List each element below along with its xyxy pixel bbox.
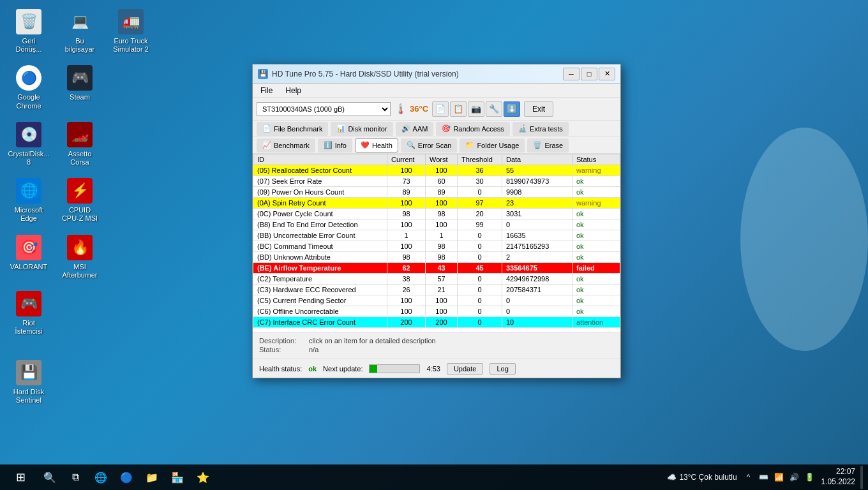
tray-volume[interactable]: 🔊 xyxy=(788,471,801,484)
taskbar-explorer-icon[interactable]: 📁 xyxy=(140,466,163,489)
tab-file-benchmark[interactable]: 📄 File Benchmark xyxy=(257,122,328,136)
col-header-threshold[interactable]: Threshold xyxy=(458,154,502,165)
col-header-status[interactable]: Status xyxy=(572,154,620,165)
table-row[interactable]: (BB) Uncorrectable Error Count 1 1 0 166… xyxy=(253,230,620,241)
desktop-icon-steam[interactable]: 🎮 Steam xyxy=(57,63,102,112)
exit-button[interactable]: Exit xyxy=(524,101,553,117)
table-row[interactable]: (B8) End To End Error Detection 100 100 … xyxy=(253,219,620,230)
cell-worst: 98 xyxy=(426,209,458,219)
cell-threshold: 20 xyxy=(458,209,502,219)
table-row[interactable]: (C6) Offline Uncorrectable 100 100 0 0 o… xyxy=(253,306,620,317)
table-row[interactable]: (07) Seek Error Rate 73 60 30 8199074397… xyxy=(253,176,620,187)
desktop-icon-pc[interactable]: 💻 Bu bilgisayar xyxy=(57,6,102,56)
maximize-button[interactable]: □ xyxy=(581,68,597,80)
desktop-icon-msi[interactable]: 🔥 MSI Afterburner xyxy=(57,232,102,282)
desktop-icon-assetto[interactable]: 🏎️ Assetto Corsa xyxy=(57,119,102,169)
tab-error-scan[interactable]: 🔍 Error Scan xyxy=(401,138,458,152)
cell-data: 10 xyxy=(502,317,572,328)
close-button[interactable]: ✕ xyxy=(599,68,615,80)
tab-benchmark[interactable]: 📈 Benchmark xyxy=(257,138,315,152)
recycle-label: Geri Dönüş... xyxy=(9,37,49,54)
cell-current: 62 xyxy=(387,263,426,274)
disk-selector[interactable]: ST31000340AS (1000 gB) xyxy=(257,102,391,116)
tab-health[interactable]: ❤️ Health xyxy=(355,138,398,152)
table-row[interactable]: (05) Reallocated Sector Count 100 100 36… xyxy=(253,165,620,176)
table-row[interactable]: (BC) Command Timeout 100 98 0 2147516529… xyxy=(253,241,620,252)
error-scan-icon: 🔍 xyxy=(407,141,415,149)
screenshot-icon-btn[interactable]: 📷 xyxy=(468,101,484,117)
update-button[interactable]: Update xyxy=(447,363,483,375)
cell-data: 81990743973 xyxy=(502,176,572,187)
menu-bar: File Help xyxy=(253,84,620,98)
menu-file[interactable]: File xyxy=(255,85,278,96)
table-row[interactable]: (C5) Current Pending Sector 100 100 0 0 … xyxy=(253,295,620,306)
taskbar-extra-icon[interactable]: ⭐ xyxy=(191,466,214,489)
table-row[interactable]: (0C) Power Cycle Count 98 98 20 3031 ok xyxy=(253,209,620,219)
desktop-icon-chrome[interactable]: 🔵 Google Chrome xyxy=(6,63,51,112)
table-row[interactable]: (0A) Spin Retry Count 100 100 97 23 warn… xyxy=(253,198,620,209)
start-button[interactable]: ⊞ xyxy=(5,464,36,490)
cell-id: (BB) Uncorrectable Error Count xyxy=(253,230,387,241)
log-button[interactable]: Log xyxy=(490,363,515,375)
tab-info[interactable]: ℹ️ Info xyxy=(318,138,352,152)
task-view-button[interactable]: ⧉ xyxy=(64,466,87,489)
erase-icon: 🗑️ xyxy=(533,141,542,149)
table-row[interactable]: (C7) Interface CRC Error Count 200 200 0… xyxy=(253,317,620,328)
desktop-icon-cpuid[interactable]: ⚡ CPUID CPU-Z MSI xyxy=(57,175,102,225)
save-icon-btn[interactable]: 📄 xyxy=(432,101,449,117)
weather-text: 13°C Çok bulutlu xyxy=(679,473,737,482)
tab-aam[interactable]: 🔊 AAM xyxy=(396,122,434,136)
smart-table-container[interactable]: ID Current Worst Threshold Data Status (… xyxy=(253,154,620,332)
taskbar-left: ⊞ 🔍 ⧉ 🌐 🔵 📁 🏪 ⭐ xyxy=(5,464,214,490)
desktop-icon-edge[interactable]: 🌐 Microsoft Edge xyxy=(6,175,51,225)
desktop-icon-valorant[interactable]: 🎯 VALORANT xyxy=(6,232,51,282)
table-row[interactable]: (C3) Hardware ECC Recovered 26 21 0 2075… xyxy=(253,285,620,295)
download-icon-btn[interactable]: ⬇️ xyxy=(504,101,520,117)
taskbar-clock[interactable]: 22:07 1.05.2022 xyxy=(821,467,855,487)
tool-icon-btn[interactable]: 🔧 xyxy=(486,101,502,117)
col-header-id[interactable]: ID xyxy=(253,154,387,165)
taskbar-store-icon[interactable]: 🏪 xyxy=(166,466,189,489)
tab-extra-tests[interactable]: 🔬 Extra tests xyxy=(513,122,569,136)
cell-current: 98 xyxy=(387,209,426,219)
assetto-label: Assetto Corsa xyxy=(60,150,100,167)
tab-erase[interactable]: 🗑️ Erase xyxy=(527,138,569,152)
menu-help[interactable]: Help xyxy=(280,85,306,96)
cell-data: 21475165293 xyxy=(502,241,572,252)
table-row[interactable]: (BE) Airflow Temperature 62 43 45 335646… xyxy=(253,263,620,274)
tray-network[interactable]: 📶 xyxy=(773,471,786,484)
tray-battery[interactable]: 🔋 xyxy=(804,471,816,484)
desktop-icon-recycle[interactable]: 🗑️ Geri Dönüş... xyxy=(6,6,51,56)
desktop-icon-euro-truck[interactable]: 🚛 Euro Truck Simulator 2 xyxy=(108,6,153,56)
benchmark-icon: 📈 xyxy=(262,141,271,149)
taskbar-edge-icon[interactable]: 🌐 xyxy=(89,466,112,489)
tray-expand[interactable]: ^ xyxy=(742,471,755,484)
tab-folder-usage[interactable]: 📁 Folder Usage xyxy=(460,138,525,152)
table-row[interactable]: (BD) Unknown Attribute 98 98 0 2 ok xyxy=(253,252,620,263)
copy-icon-btn[interactable]: 📋 xyxy=(450,101,467,117)
col-header-data[interactable]: Data xyxy=(502,154,572,165)
cell-worst: 200 xyxy=(426,317,458,328)
tab-random-access[interactable]: 🎯 Random Access xyxy=(436,122,509,136)
cell-data: 9908 xyxy=(502,187,572,198)
riot-icon: 🎮 xyxy=(16,291,41,316)
table-row[interactable]: (09) Power On Hours Count 89 89 0 9908 o… xyxy=(253,187,620,198)
table-row[interactable]: (C2) Temperature 38 57 0 42949672998 ok xyxy=(253,274,620,285)
desktop-icon-hdd-sentinel[interactable]: 💾 Hard Disk Sentinel xyxy=(6,357,51,407)
search-button[interactable]: 🔍 xyxy=(38,466,61,489)
cell-worst: 100 xyxy=(426,295,458,306)
show-desktop-btn[interactable] xyxy=(860,466,863,489)
cell-current: 89 xyxy=(387,187,426,198)
tab-disk-monitor[interactable]: 📊 Disk monitor xyxy=(331,122,393,136)
desktop-icon-crystaldisk[interactable]: 💿 CrystalDisk... 8 xyxy=(6,119,51,169)
minimize-button[interactable]: ─ xyxy=(563,68,580,80)
title-bar[interactable]: 💾 HD Tune Pro 5.75 - Hard Disk/SSD Utili… xyxy=(253,64,620,84)
col-header-worst[interactable]: Worst xyxy=(426,154,458,165)
desktop-icon-riot[interactable]: 🎮 Riot İstemcisi xyxy=(6,288,51,338)
cell-current: 100 xyxy=(387,306,426,317)
taskbar-chrome-icon[interactable]: 🔵 xyxy=(115,466,138,489)
pc-label: Bu bilgisayar xyxy=(60,37,100,54)
cell-status: ok xyxy=(572,252,620,263)
col-header-current[interactable]: Current xyxy=(387,154,426,165)
tray-keyboard[interactable]: ⌨️ xyxy=(758,471,770,484)
